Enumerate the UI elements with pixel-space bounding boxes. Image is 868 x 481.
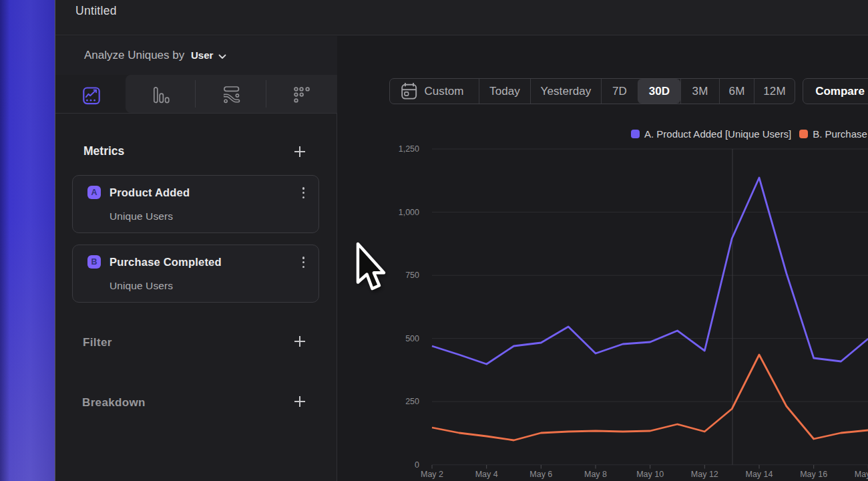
svg-text:500: 500: [405, 334, 419, 343]
svg-text:1,000: 1,000: [399, 208, 419, 217]
svg-text:May 12: May 12: [691, 470, 718, 479]
svg-text:May 10: May 10: [636, 470, 664, 479]
svg-text:May 8: May 8: [584, 470, 607, 479]
svg-text:May 18: May 18: [855, 470, 868, 479]
svg-text:May 2: May 2: [421, 470, 443, 479]
svg-text:250: 250: [405, 397, 419, 406]
svg-text:May 14: May 14: [746, 470, 773, 479]
svg-text:May 6: May 6: [529, 470, 552, 479]
svg-text:1,250: 1,250: [399, 144, 419, 154]
svg-text:May 16: May 16: [800, 470, 827, 479]
svg-text:May 4: May 4: [475, 470, 498, 479]
svg-text:0: 0: [415, 460, 419, 470]
svg-text:750: 750: [405, 271, 419, 280]
